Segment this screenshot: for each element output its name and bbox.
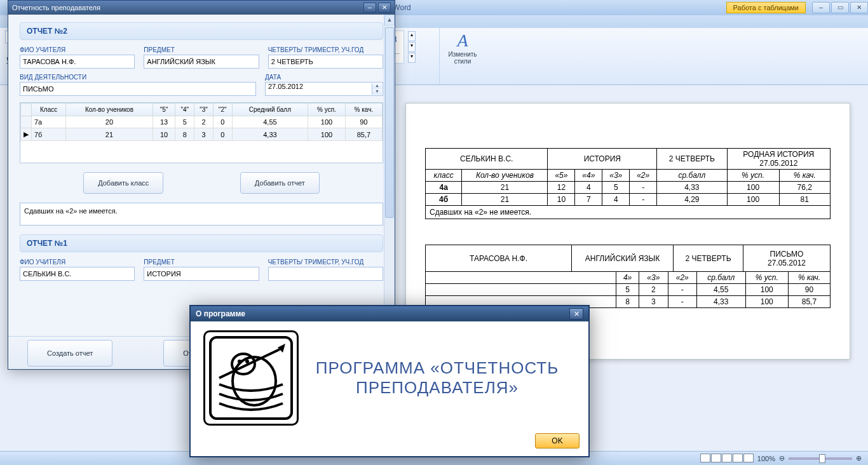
zoom-level: 100% (757, 455, 775, 462)
app-body: ОТЧЕТ №2 ФИО УЧИТЕЛЯ ПРЕДМЕТ ЧЕТВЕРТЬ/ Т… (8, 15, 395, 337)
label-subject-1: ПРЕДМЕТ (144, 259, 259, 266)
app-minimize-button[interactable]: – (363, 3, 376, 13)
label-quarter-1: ЧЕТВЕРТЬ/ ТРИМЕСТР, УЧ.ГОД (268, 259, 383, 266)
close-button[interactable]: ✕ (850, 2, 868, 13)
about-program-name: ПРОГРАММА «ОТЧЕТНОСТЬ ПРЕПОДАВАТЕЛЯ» (299, 358, 576, 398)
about-titlebar: О программе ✕ (191, 306, 588, 321)
about-dialog: О программе ✕ ПРОГРАММА «ОТЧЕТНОСТЬ ПРЕП… (189, 305, 590, 457)
svg-point-3 (238, 360, 241, 363)
report2-note: Сдавших на «2» не имеется. (20, 203, 383, 226)
table-tools-tab[interactable]: Работа с таблицами (726, 2, 806, 13)
minimize-button[interactable]: – (812, 2, 830, 13)
label-date: ДАТА (265, 74, 383, 81)
word-report-table-1: СЕЛЬКИН В.С. ИСТОРИЯ 2 ЧЕТВЕРТЬ РОДНАЯ И… (425, 148, 831, 206)
report2-grid[interactable]: КлассКол-во учеников"5""4""3""2"Средний … (20, 102, 383, 163)
label-subject: ПРЕДМЕТ (144, 46, 259, 53)
styles-scroll[interactable]: ▴ ▾ ▾ (408, 31, 416, 63)
about-close-button[interactable]: ✕ (569, 308, 583, 320)
svg-marker-6 (278, 344, 285, 353)
app-titlebar: Отчетность преподавателя – ✕ (8, 1, 395, 15)
report2-header: ОТЧЕТ №2 (20, 22, 383, 40)
app-scrollbar[interactable]: ▲ ▼ (384, 15, 395, 337)
about-ok-button[interactable]: OK (535, 433, 580, 448)
input-subject-1[interactable] (144, 267, 259, 281)
zoom-out-button[interactable]: ⊖ (779, 454, 785, 462)
app-title-text: Отчетность преподавателя (12, 4, 362, 11)
add-report-button[interactable]: Добавить отчет (240, 172, 320, 194)
label-teacher: ФИО УЧИТЕЛЯ (20, 46, 135, 53)
input-subject[interactable] (144, 55, 259, 69)
input-activity[interactable] (20, 82, 256, 96)
create-report-button[interactable]: Создать отчет (27, 340, 112, 367)
label-teacher-1: ФИО УЧИТЕЛЯ (20, 259, 135, 266)
word-report-table-2b: 4»«3»«2»ср.балл% усп.% кач. 52-4,5510090… (425, 271, 831, 308)
grid-row[interactable]: 7а20135204,5510090 (21, 116, 383, 128)
grid-row[interactable]: ▶7б21108304,3310085,7 (21, 128, 383, 141)
input-teacher[interactable] (20, 55, 135, 69)
word-window-controls: – ▭ ✕ (811, 2, 868, 13)
scrollbar-thumb[interactable] (385, 27, 394, 218)
add-class-button[interactable]: Добавить класс (83, 172, 163, 194)
input-quarter[interactable] (268, 55, 383, 69)
zoom-in-button[interactable]: ⊕ (856, 454, 862, 462)
label-quarter: ЧЕТВЕРТЬ/ ТРИМЕСТР, УЧ.ГОД (268, 46, 383, 53)
input-quarter-1[interactable] (268, 267, 383, 281)
app-close-button[interactable]: ✕ (378, 3, 391, 13)
date-spinner[interactable]: ▲▼ (372, 83, 382, 95)
input-date[interactable]: 27.05.2012 ▲▼ (265, 82, 383, 96)
change-styles-button[interactable]: AИзменить стили (440, 28, 477, 84)
about-logo (203, 330, 299, 426)
label-activity: ВИД ДЕЯТЕЛЬНОСТИ (20, 74, 256, 81)
about-title-text: О программе (196, 309, 569, 318)
word-note-1: Сдавших на «2» не имеется. (425, 206, 831, 219)
zoom-slider[interactable] (789, 457, 852, 460)
report1-header: ОТЧЕТ №1 (20, 234, 383, 252)
maximize-button[interactable]: ▭ (831, 2, 849, 13)
input-teacher-1[interactable] (20, 267, 135, 281)
word-report-table-2: ТАРАСОВА Н.Ф. АНГЛИЙСКИЙ ЯЗЫК 2 ЧЕТВЕРТЬ… (425, 245, 831, 272)
view-mode-icons[interactable] (700, 454, 754, 464)
